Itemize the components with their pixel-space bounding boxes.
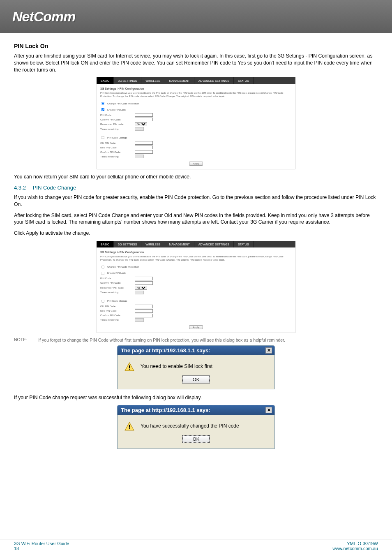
success-para: If your PIN Code change request was succ… [14,394,378,401]
header-band: NetComm [0,0,392,33]
label-pin-code: PIN Code: [100,114,133,116]
dialog-message-2: You have successfully changed the PIN co… [141,421,239,429]
subsection-number: 4.3.2 [14,185,31,191]
subsection-heading: 4.3.2 PIN Code Change [14,185,378,191]
label-remember-pin-2: Remember PIN code: [100,287,133,289]
dialog-message: You need to enable SIM lock first [141,362,212,369]
label-old-pin: Old PIN Code: [100,142,133,144]
nav-advanced[interactable]: ADVANCED SETTINGS [194,77,234,84]
after-panel-text: You can now return your SIM card to your… [14,173,378,180]
label-times-remaining-4: Times remaining: [100,319,133,321]
radio-change-protection[interactable] [101,102,105,105]
label-new-pin-2: New PIN Code: [100,310,133,312]
nav-3g[interactable]: 3G SETTINGS [114,77,141,84]
dialog-success: The page at http://192.168.1.1 says: ✕ Y… [117,405,275,449]
select-remember-pin[interactable]: No [135,122,147,126]
label-pin-code-2: PIN Code: [100,277,133,280]
sub-para-1: If you wish to change your PIN code for … [14,194,378,208]
nav-management[interactable]: MANAGEMENT [165,77,194,84]
select-remember-pin-2[interactable]: No [135,286,147,290]
input-confirm-pin-2b[interactable] [135,314,153,317]
label-remember-pin: Remember PIN code: [100,123,133,125]
label-enable-pin-lock-2: Enable PIN Lock [107,272,126,274]
readonly-times-remaining-4 [135,318,144,322]
label-pin-code-change: PIN Code Change [107,136,127,139]
label-confirm-pin: Confirm PIN Code: [100,118,133,121]
nav-basic-2[interactable]: BASIC [97,241,114,247]
svg-rect-2 [129,425,130,428]
close-icon[interactable]: ✕ [265,347,272,354]
note-text: If you forget to change the PIN Code wit… [38,338,285,342]
label-confirm-pin-2: Confirm PIN Code: [100,151,133,153]
brand-logo: NetComm [12,9,76,25]
nav-wireless[interactable]: WIRELESS [141,77,165,84]
label-change-protection-2: Change PIN Code Protection [107,266,139,268]
readonly-times-remaining-2 [135,155,144,158]
ok-button[interactable]: OK [182,376,210,383]
nav-advanced-2[interactable]: ADVANCED SETTINGS [194,241,234,247]
checkbox-enable-pin-lock-2[interactable] [101,271,105,275]
nav-status[interactable]: STATUS [234,77,254,84]
label-times-remaining-3: Times remaining: [100,291,133,294]
panel-description: PIN Configuration allows you to enable/d… [100,92,292,98]
panel-description-2: PIN Configuration allows you to enable/d… [100,255,292,262]
input-confirm-pin-2[interactable] [135,150,153,154]
label-change-protection: Change PIN Code Protection [107,102,139,105]
dialog-title: The page at http://192.168.1.1 says: [121,347,210,354]
nav-wireless-2[interactable]: WIRELESS [141,241,165,247]
nav-management-2[interactable]: MANAGEMENT [165,241,194,247]
nav-status-2[interactable]: STATUS [234,241,254,247]
nav-basic[interactable]: BASIC [97,77,114,84]
input-confirm-pin-p2[interactable] [135,281,153,285]
subsection-title: PIN Code Change [33,185,76,191]
label-new-pin: New PIN Code: [100,146,133,149]
readonly-times-remaining [135,127,144,131]
section-title-pin-lock-on: PIN Lock On [14,43,378,49]
close-icon-2[interactable]: ✕ [265,407,272,413]
panel-nav-2: BASIC 3G SETTINGS WIRELESS MANAGEMENT AD… [97,241,295,247]
panel-nav: BASIC 3G SETTINGS WIRELESS MANAGEMENT AD… [97,77,295,84]
readonly-times-remaining-3 [135,291,144,294]
svg-rect-3 [129,428,130,429]
warning-icon-2 [124,421,135,432]
radio-pin-code-change[interactable] [101,136,105,139]
label-enable-pin-lock: Enable PIN Lock [107,109,126,111]
apply-button-2[interactable]: Apply [189,325,203,329]
dialog-title-2: The page at http://192.168.1.1 says: [121,407,210,413]
footer-guide: 3G WiFi Router User Guide [14,541,69,546]
breadcrumb: 3G Settings > PIN Configuration [100,87,292,90]
config-panel-1: BASIC 3G SETTINGS WIRELESS MANAGEMENT AD… [97,77,295,169]
sub-para-3: Click Apply to activate the change. [14,230,378,237]
input-confirm-pin[interactable] [135,118,153,121]
footer-url: www.netcomm.com.au [332,546,378,551]
input-old-pin[interactable] [135,141,153,145]
apply-button[interactable]: Apply [189,162,203,166]
section-para-1: After you are finished using your SIM ca… [14,53,378,73]
note-row: NOTE: If you forget to change the PIN Co… [14,337,378,343]
input-old-pin-2[interactable] [135,305,153,308]
input-pin-code-2[interactable] [135,277,153,280]
radio-change-protection-2[interactable] [101,265,105,268]
svg-rect-0 [129,365,130,368]
page-footer: 3G WiFi Router User Guide 18 YML-O-3G19W… [0,539,392,555]
label-times-remaining: Times remaining: [100,128,133,130]
config-panel-2: BASIC 3G SETTINGS WIRELESS MANAGEMENT AD… [97,241,295,333]
input-pin-code[interactable] [135,113,153,117]
label-confirm-pin-2b: Confirm PIN Code: [100,314,133,317]
label-times-remaining-2: Times remaining: [100,155,133,158]
input-new-pin-2[interactable] [135,309,153,313]
ok-button-2[interactable]: OK [182,435,210,443]
radio-pin-code-change-2[interactable] [101,299,105,303]
page-content: PIN Lock On After you are finished using… [0,33,392,449]
footer-code: YML-O-3G19W [332,541,378,546]
svg-rect-1 [129,368,130,369]
breadcrumb-2: 3G Settings > PIN Configuration [100,251,292,254]
input-new-pin[interactable] [135,146,153,149]
warning-icon [124,362,135,372]
dialog-enable-sim-lock: The page at http://192.168.1.1 says: ✕ Y… [117,345,275,389]
nav-3g-2[interactable]: 3G SETTINGS [114,241,141,247]
checkbox-enable-pin-lock[interactable] [101,108,105,111]
footer-page: 18 [14,546,69,551]
label-confirm-pin-p2: Confirm PIN Code: [100,282,133,284]
label-old-pin-2: Old PIN Code: [100,305,133,308]
